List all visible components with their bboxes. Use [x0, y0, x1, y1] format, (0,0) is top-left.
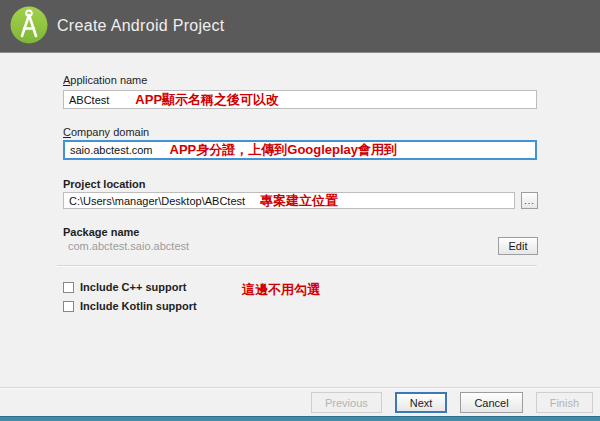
- application-name-annotation: APP顯示名稱之後可以改: [135, 91, 279, 109]
- next-button[interactable]: Next: [395, 392, 448, 413]
- application-name-value: ABCtest: [69, 94, 109, 106]
- dialog-title: Create Android Project: [57, 0, 225, 52]
- dialog-header: Create Android Project: [0, 0, 600, 53]
- company-domain-label: Company domain: [63, 126, 149, 138]
- finish-button[interactable]: Finish: [536, 392, 593, 413]
- previous-button[interactable]: Previous: [311, 392, 382, 413]
- create-android-project-dialog: Create Android Project Application name …: [0, 0, 600, 421]
- include-cpp-label[interactable]: Include C++ support: [80, 281, 186, 293]
- edit-package-button[interactable]: Edit: [498, 237, 538, 255]
- include-kotlin-row[interactable]: Include Kotlin support: [63, 300, 197, 312]
- package-name-value: com.abctest.saio.abctest: [68, 240, 189, 252]
- company-domain-value: saio.abctest.com: [70, 144, 153, 156]
- footer-divider: [0, 387, 600, 388]
- package-name-label: Package name: [63, 226, 139, 238]
- company-domain-annotation: APP身分證，上傳到Googleplay會用到: [170, 141, 398, 159]
- include-kotlin-checkbox[interactable]: [63, 301, 74, 312]
- bottom-accent-bar: [0, 416, 600, 421]
- application-name-input[interactable]: ABCtest APP顯示名稱之後可以改: [63, 90, 537, 109]
- section-divider: [57, 265, 537, 266]
- checkbox-annotation: 這邊不用勾選: [242, 281, 320, 299]
- project-location-input[interactable]: C:\Users\manager\Desktop\ABCtest 專案建立位置: [63, 192, 515, 209]
- include-kotlin-label[interactable]: Include Kotlin support: [80, 300, 197, 312]
- project-location-value: C:\Users\manager\Desktop\ABCtest: [69, 195, 245, 207]
- wizard-buttons: Previous Next Cancel Finish: [311, 392, 593, 413]
- company-domain-input[interactable]: saio.abctest.com APP身分證，上傳到Googleplay會用到: [63, 140, 537, 160]
- android-studio-logo-icon: [10, 6, 48, 44]
- cancel-button[interactable]: Cancel: [460, 392, 522, 413]
- browse-folder-button[interactable]: ...: [521, 192, 538, 209]
- project-location-label: Project location: [63, 178, 146, 190]
- application-name-label: Application name: [63, 74, 147, 86]
- include-cpp-row[interactable]: Include C++ support: [63, 281, 186, 293]
- project-location-annotation: 專案建立位置: [260, 192, 338, 209]
- include-cpp-checkbox[interactable]: [63, 282, 74, 293]
